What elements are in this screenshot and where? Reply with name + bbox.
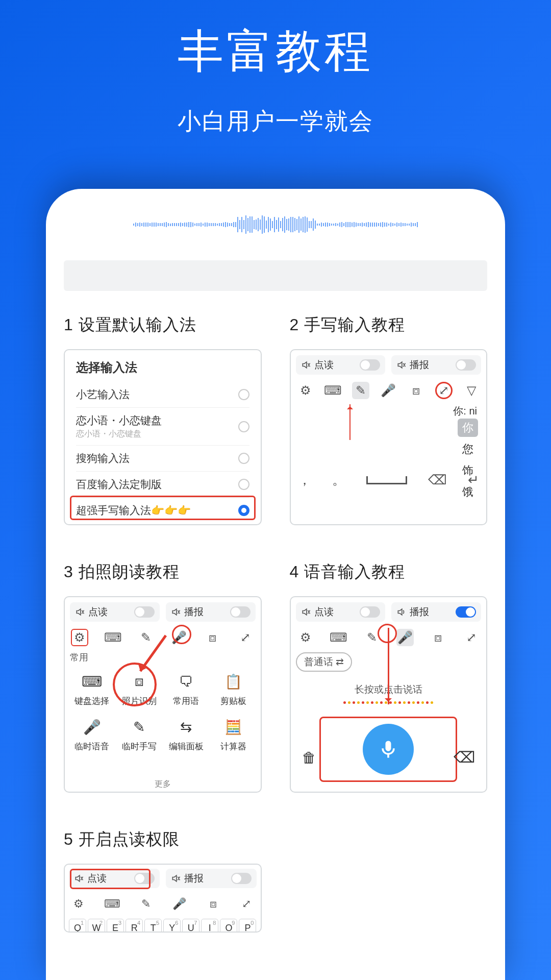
tool-item[interactable]: 🎤临时语音 [70,716,114,752]
language-chip[interactable]: 普通话 ⇄ [296,652,352,672]
keyboard-key[interactable]: 9O [220,919,237,933]
pinyin-label: 你: ni [453,404,477,418]
trash-icon[interactable]: 🗑 [302,749,316,766]
permission-card: 点读 播报 ⚙ ⌨ ✎ 🎤 ⧈ ⤢ 1Q2W3E4R5T6Y7U8I9O0 [64,864,262,933]
scan-icon[interactable]: ⧈ [205,895,222,913]
gear-icon[interactable]: ⚙ [70,895,87,913]
read-aloud-toggle[interactable]: 点读 [70,602,160,622]
tool-item[interactable]: ⧈照片识别 [117,671,161,707]
collapse-icon[interactable]: ⤢ [435,382,453,399]
tool-icon: 🧮 [222,716,244,738]
mic-button[interactable] [363,724,414,775]
keyboard-key[interactable]: 1Q [69,919,86,933]
tool-label: 常用语 [173,695,199,707]
feather-icon[interactable]: ✎ [352,382,369,399]
mic-icon[interactable]: 🎤 [396,629,414,646]
broadcast-toggle[interactable]: 播报 [166,869,257,888]
ime-option[interactable]: 恋小语・小恋键盘恋小语・小恋键盘 [76,407,249,445]
radio-icon[interactable] [238,389,249,400]
radio-icon[interactable] [238,453,249,464]
ime-option[interactable]: 小艺输入法 [76,382,249,407]
tutorial-cell-3: 3 拍照朗读教程 点读 播报 ⚙ ⌨ ✎ 🎤 [64,561,262,793]
keyboard-icon[interactable]: ⌨ [330,629,347,646]
collapse-icon[interactable]: ⤢ [463,629,480,646]
tutorial-cell-1: 1 设置默认输入法 选择输入法 小艺输入法恋小语・小恋键盘恋小语・小恋键盘搜狗输… [64,314,262,525]
chevron-down-icon[interactable]: ▽ [463,382,480,399]
tool-icon: ✎ [129,716,150,738]
mic-icon[interactable]: 🎤 [170,629,188,646]
highlight-box-icon [319,717,457,782]
gear-icon[interactable]: ⚙ [71,629,88,646]
hero-title: 丰富教程 [0,0,551,83]
tutorial-cell-2: 2 手写输入教程 点读 播报 ⚙ ⌨ ✎ 🎤 [290,314,488,525]
keyboard-key[interactable]: 0P [239,919,256,933]
read-aloud-toggle[interactable]: 点读 [296,355,386,375]
keyboard-icon[interactable]: ⌨ [324,382,342,399]
read-aloud-toggle[interactable]: 点读 [69,869,160,888]
scan-icon[interactable]: ⧈ [408,382,425,399]
candidate-char[interactable]: 您 [458,440,478,458]
more-label: 更多 [155,779,171,790]
tutorial-cell-4: 4 语音输入教程 点读 播报 ⚙ ⌨ ✎ 🎤 [290,561,488,793]
tool-item[interactable]: 🧮计算器 [211,716,255,752]
keyboard-key[interactable]: 6Y [163,919,181,933]
keyboard-key[interactable]: 3E [107,919,124,933]
scan-icon[interactable]: ⧈ [430,629,447,646]
broadcast-toggle[interactable]: 播报 [391,602,481,622]
enter-icon[interactable]: ↵ [468,472,479,488]
read-aloud-toggle[interactable]: 点读 [296,602,386,622]
keyboard-key[interactable]: 5T [144,919,162,933]
backspace-icon[interactable]: ⌫ [454,748,475,766]
tool-label: 照片识别 [122,695,157,707]
space-key[interactable] [366,476,407,484]
tool-item[interactable]: ✎临时手写 [117,716,161,752]
phone-frame: 1 设置默认输入法 选择输入法 小艺输入法恋小语・小恋键盘恋小语・小恋键盘搜狗输… [46,189,505,980]
broadcast-toggle[interactable]: 播报 [166,602,256,622]
gear-icon[interactable]: ⚙ [297,382,314,399]
radio-icon[interactable] [238,505,249,516]
radio-icon[interactable] [238,479,249,490]
tool-label: 计算器 [220,741,246,752]
ime-option[interactable]: 搜狗输入法 [76,445,249,471]
tool-icon: 📋 [222,671,244,692]
keyboard-key[interactable]: 8I [201,919,218,933]
tool-label: 剪贴板 [220,695,246,707]
ime-option-label: 搜狗输入法 [76,451,130,465]
tool-icon: ⧈ [129,671,150,692]
search-bar[interactable] [64,260,487,291]
keyboard-key[interactable]: 4R [126,919,143,933]
volume-off-icon [171,873,181,884]
tool-item[interactable]: ⌨键盘选择 [70,671,114,707]
keyboard-icon[interactable]: ⌨ [104,629,121,646]
tool-item[interactable]: 🗨常用语 [164,671,208,707]
mic-icon[interactable]: 🎤 [171,895,188,913]
ime-option[interactable]: 超强手写输入法👉👉👉 [76,497,249,523]
mic-icon[interactable]: 🎤 [380,382,397,399]
ime-option-label: 百度输入法定制版 [76,477,162,492]
candidate-char[interactable]: 你 [458,419,478,437]
tab-label[interactable]: 常用 [70,649,256,667]
ime-option[interactable]: 百度输入法定制版 [76,471,249,497]
volume-off-icon [301,360,311,370]
keyboard-icon[interactable]: ⌨ [104,895,121,913]
radio-icon[interactable] [238,421,249,432]
collapse-icon[interactable]: ⤢ [238,895,255,913]
broadcast-toggle[interactable]: 播报 [391,355,481,375]
period-key[interactable]: 。 [332,471,345,489]
volume-off-icon [75,607,85,617]
backspace-icon[interactable]: ⌫ [428,472,447,488]
gear-icon[interactable]: ⚙ [297,629,314,646]
ime-picker-card: 选择输入法 小艺输入法恋小语・小恋键盘恋小语・小恋键盘搜狗输入法百度输入法定制版… [64,349,262,525]
tool-item[interactable]: 📋剪贴板 [211,671,255,707]
keyboard-toolbar: ⚙ ⌨ ✎ 🎤 ⧈ ⤢ [69,893,257,916]
collapse-icon[interactable]: ⤢ [237,629,254,646]
feather-icon[interactable]: ✎ [137,895,155,913]
feather-icon[interactable]: ✎ [137,629,155,646]
keyboard-key[interactable]: 7U [182,919,199,933]
tool-item[interactable]: ⇆编辑面板 [164,716,208,752]
tool-icon: 🎤 [81,716,103,738]
keyboard-key[interactable]: 2W [88,919,105,933]
ime-option-label: 小艺输入法 [76,387,130,402]
scan-icon[interactable]: ⧈ [204,629,221,646]
comma-key[interactable]: ， [298,471,311,489]
